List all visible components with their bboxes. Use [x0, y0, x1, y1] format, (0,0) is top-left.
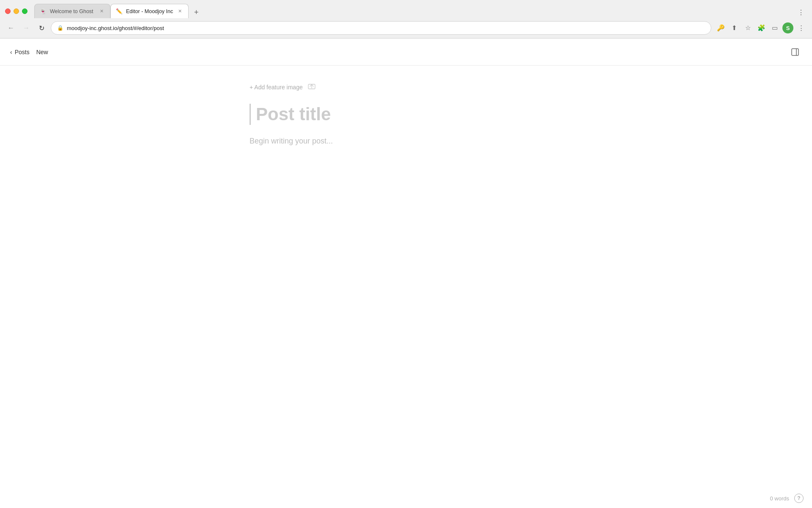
- feature-image-bar: + Add feature image: [250, 83, 562, 92]
- tab-close-editor[interactable]: ✕: [176, 8, 183, 15]
- browser-menu-button[interactable]: ⋮: [795, 6, 807, 18]
- app-content: ‹ Posts New + Add feature image: [0, 39, 812, 508]
- tab-editor-moodjoy[interactable]: ✏️ Editor - Moodjoy Inc ✕: [110, 4, 189, 18]
- new-label: New: [36, 49, 48, 55]
- post-title-input[interactable]: [250, 104, 562, 125]
- bookmark-button[interactable]: ☆: [742, 22, 754, 34]
- back-navigation-button[interactable]: ←: [5, 22, 17, 34]
- browser-actions: 🔑 ⬆ ☆ 🧩 ▭ S ⋮: [715, 22, 807, 34]
- tab-favicon-ghost: 👻: [40, 8, 47, 15]
- svg-rect-0: [792, 49, 798, 55]
- maximize-window-button[interactable]: [22, 8, 27, 14]
- upload-icon: [308, 83, 315, 92]
- browser-more-button[interactable]: ⋮: [795, 22, 807, 34]
- add-feature-image-label: + Add feature image: [250, 84, 303, 91]
- tab-title-welcome: Welcome to Ghost: [50, 8, 95, 14]
- browser-chrome: 👻 Welcome to Ghost ✕ ✏️ Editor - Moodjoy…: [0, 0, 812, 39]
- add-feature-image-button[interactable]: + Add feature image: [250, 84, 303, 91]
- toolbar-right: [788, 45, 802, 59]
- tabs-row: 👻 Welcome to Ghost ✕ ✏️ Editor - Moodjoy…: [34, 4, 807, 18]
- post-body-input[interactable]: [250, 135, 562, 257]
- editor-area: + Add feature image: [0, 66, 812, 508]
- share-button[interactable]: ⬆: [728, 22, 740, 34]
- sidebar-button[interactable]: ▭: [769, 22, 781, 34]
- address-bar[interactable]: 🔒 moodjoy-inc.ghost.io/ghost/#/editor/po…: [51, 21, 711, 35]
- tab-welcome-to-ghost[interactable]: 👻 Welcome to Ghost ✕: [34, 4, 110, 18]
- new-tab-button[interactable]: +: [190, 6, 202, 18]
- address-bar-row: ← → ↻ 🔒 moodjoy-inc.ghost.io/ghost/#/edi…: [0, 19, 812, 38]
- minimize-window-button[interactable]: [14, 8, 19, 14]
- profile-avatar[interactable]: S: [782, 22, 793, 33]
- status-bar: 0 words ?: [761, 489, 812, 508]
- lock-icon: 🔒: [57, 25, 63, 31]
- back-to-posts-button[interactable]: ‹ Posts: [10, 49, 30, 55]
- word-count: 0 words: [770, 495, 789, 502]
- app-toolbar: ‹ Posts New: [0, 39, 812, 66]
- posts-link-label: Posts: [15, 49, 30, 55]
- password-manager-icon[interactable]: 🔑: [715, 22, 727, 34]
- close-window-button[interactable]: [5, 8, 11, 14]
- forward-navigation-button[interactable]: →: [20, 22, 32, 34]
- tab-title-editor: Editor - Moodjoy Inc: [126, 8, 173, 14]
- title-bar: 👻 Welcome to Ghost ✕ ✏️ Editor - Moodjoy…: [0, 0, 812, 19]
- toggle-sidebar-button[interactable]: [788, 45, 802, 59]
- reload-button[interactable]: ↻: [36, 22, 47, 34]
- tab-close-welcome[interactable]: ✕: [98, 8, 105, 15]
- tab-favicon-editor: ✏️: [116, 8, 123, 15]
- traffic-lights: [5, 8, 27, 14]
- url-text: moodjoy-inc.ghost.io/ghost/#/editor/post: [67, 25, 705, 31]
- back-arrow-icon: ‹: [10, 49, 12, 55]
- editor-inner: + Add feature image: [250, 83, 562, 259]
- extension-button[interactable]: 🧩: [755, 22, 767, 34]
- help-button[interactable]: ?: [794, 494, 804, 503]
